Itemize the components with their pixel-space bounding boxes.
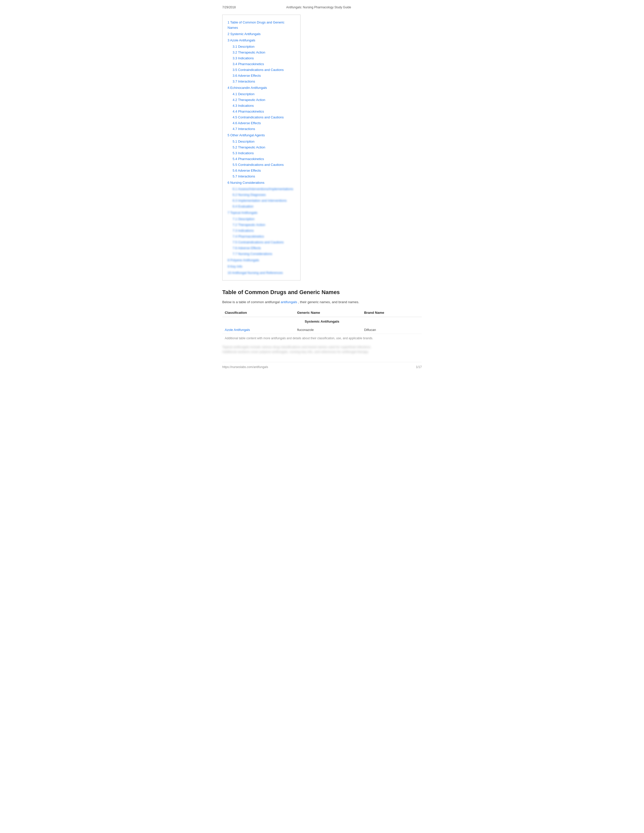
table-category-row-systemic: Systemic Antifungals — [222, 317, 422, 326]
toc-item-4[interactable]: 4 Echinocandin Antifungals — [227, 85, 295, 90]
footer-url: https://nurseslabs.com/antifungals — [222, 365, 268, 369]
toc-item-4-2[interactable]: 4.2 Therapeutic Action — [227, 97, 295, 103]
drug-table: Classification Generic Name Brand Name S… — [222, 309, 422, 343]
toc-link-3-3[interactable]: 3.3 Indications — [233, 56, 254, 60]
toc-link-5-1[interactable]: 5.1 Description — [233, 140, 254, 143]
toc-link-4-6[interactable]: 4.6 Adverse Effects — [233, 121, 261, 125]
drug-generic-name: fluconazole — [295, 326, 362, 334]
intro-text-before: Below is a table of common antifungal — [222, 300, 280, 304]
toc-link-3[interactable]: 3 Azole Antifungals — [227, 39, 255, 42]
toc-item-1[interactable]: 1 Table of Common Drugs and Generic Name… — [227, 20, 295, 30]
toc-item-5-4[interactable]: 5.4 Pharmacokinetics — [227, 156, 295, 162]
footer-page-number: 1/17 — [416, 365, 422, 369]
col-classification: Classification — [222, 309, 295, 317]
intro-text-after: , their generic names, and brand names. — [298, 300, 359, 304]
toc-item-5-2[interactable]: 5.2 Therapeutic Action — [227, 145, 295, 150]
category-label-systemic: Systemic Antifungals — [222, 317, 422, 326]
toc-item-5-1[interactable]: 5.1 Description — [227, 139, 295, 144]
toc-link-5-3[interactable]: 5.3 Indications — [233, 151, 254, 155]
page-footer: https://nurseslabs.com/antifungals 1/17 — [222, 362, 422, 369]
toc-item-3-6[interactable]: 3.6 Adverse Effects — [227, 73, 295, 78]
toc-item-5-3[interactable]: 5.3 Indications — [227, 150, 295, 156]
table-header-row: Classification Generic Name Brand Name — [222, 309, 422, 317]
toc-link-3-1[interactable]: 3.1 Description — [233, 45, 254, 48]
toc-link-4-4[interactable]: 4.4 Pharmacokinetics — [233, 109, 264, 113]
toc-item-4-4[interactable]: 4.4 Pharmacokinetics — [227, 109, 295, 114]
intro-link-antifungals[interactable]: antifungals — [280, 300, 297, 304]
toc-item-5-6[interactable]: 5.6 Adverse Effects — [227, 168, 295, 173]
toc-item-5[interactable]: 5 Other Antifungal Agents — [227, 132, 295, 138]
toc-link-3-7[interactable]: 3.7 Interactions — [233, 79, 255, 83]
toc-link-3-5[interactable]: 3.5 Contraindications and Cautions — [233, 68, 283, 72]
col-generic-name: Generic Name — [295, 309, 362, 317]
table-note-row: Additional table content with more antif… — [222, 334, 422, 343]
drug-brand-name: Diflucan — [362, 326, 422, 334]
toc-item-4-6[interactable]: 4.6 Adverse Effects — [227, 121, 295, 126]
toc-link-3-2[interactable]: 3.2 Therapeutic Action — [233, 50, 265, 54]
toc-link-5-2[interactable]: 5.2 Therapeutic Action — [233, 145, 265, 149]
toc-link-4-7[interactable]: 4.7 Interactions — [233, 127, 255, 131]
toc-item-3[interactable]: 3 Azole Antifungals — [227, 38, 295, 43]
toc-item-4-3[interactable]: 4.3 Indications — [227, 103, 295, 108]
toc-link-5[interactable]: 5 Other Antifungal Agents — [227, 133, 265, 137]
page-header: 7/29/2018 Antifungals: Nursing Pharmacol… — [222, 5, 422, 10]
header-date: 7/29/2018 — [222, 5, 236, 10]
table-note-text: Additional table content with more antif… — [222, 334, 422, 343]
toc-item-3-3[interactable]: 3.3 Indications — [227, 56, 295, 61]
toc-link-4-5[interactable]: 4.5 Contraindications and Cautions — [233, 115, 283, 119]
toc-item-5-5[interactable]: 5.5 Contraindications and Cautions — [227, 162, 295, 167]
toc-item-3-1[interactable]: 3.1 Description — [227, 44, 295, 49]
section-heading-1: Table of Common Drugs and Generic Names — [222, 288, 422, 296]
toc-item-5-7[interactable]: 5.7 Interactions — [227, 174, 295, 179]
toc-link-5-5[interactable]: 5.5 Contraindications and Cautions — [233, 163, 283, 167]
toc-link-4-1[interactable]: 4.1 Description — [233, 92, 254, 96]
table-of-contents: 1 Table of Common Drugs and Generic Name… — [222, 14, 301, 280]
toc-link-1[interactable]: 1 Table of Common Drugs and Generic Name… — [227, 21, 284, 29]
drug-classification-link[interactable]: Azole Antifungals — [225, 328, 250, 332]
toc-link-4[interactable]: 4 Echinocandin Antifungals — [227, 86, 267, 90]
toc-link-5-7[interactable]: 5.7 Interactions — [233, 174, 255, 178]
page-container: 7/29/2018 Antifungals: Nursing Pharmacol… — [215, 0, 429, 374]
toc-item-4-5[interactable]: 4.5 Contraindications and Cautions — [227, 114, 295, 120]
intro-paragraph: Below is a table of common antifungal an… — [222, 299, 422, 305]
toc-item-4-1[interactable]: 4.1 Description — [227, 92, 295, 96]
toc-item-2[interactable]: 2 Systemic Antifungals — [227, 31, 295, 37]
toc-link-3-4[interactable]: 3.4 Pharmacokinetics — [233, 62, 264, 66]
toc-link-2[interactable]: 2 Systemic Antifungals — [227, 32, 261, 36]
toc-link-4-3[interactable]: 4.3 Indications — [233, 104, 254, 108]
toc-link-4-2[interactable]: 4.2 Therapeutic Action — [233, 98, 265, 102]
toc-item-3-2[interactable]: 3.2 Therapeutic Action — [227, 50, 295, 55]
col-brand-name: Brand Name — [362, 309, 422, 317]
toc-blurred-section: 6.1 Assess/Interventions/Implementations… — [227, 186, 295, 275]
toc-item-3-4[interactable]: 3.4 Pharmacokinetics — [227, 61, 295, 67]
toc-item-3-5[interactable]: 3.5 Contraindications and Cautions — [227, 67, 295, 72]
toc-item-3-7[interactable]: 3.7 Interactions — [227, 79, 295, 84]
drug-classification: Azole Antifungals — [222, 326, 295, 334]
toc-link-6[interactable]: 6 Nursing Considerations — [227, 181, 264, 185]
header-title: Antifungals: Nursing Pharmacology Study … — [236, 5, 402, 10]
toc-link-5-4[interactable]: 5.4 Pharmacokinetics — [233, 157, 264, 161]
blurred-additional-content: Topical antifungals include various drug… — [222, 344, 422, 354]
toc-item-6[interactable]: 6 Nursing Considerations — [227, 180, 295, 185]
main-content: Table of Common Drugs and Generic Names … — [222, 288, 422, 354]
toc-item-4-7[interactable]: 4.7 Interactions — [227, 126, 295, 132]
table-row: Azole Antifungals fluconazole Diflucan — [222, 326, 422, 334]
toc-link-5-6[interactable]: 5.6 Adverse Effects — [233, 169, 261, 172]
toc-link-3-6[interactable]: 3.6 Adverse Effects — [233, 74, 261, 77]
